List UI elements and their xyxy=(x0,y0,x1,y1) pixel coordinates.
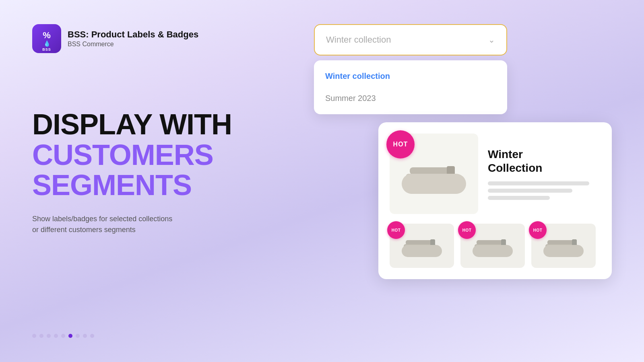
product-info-title: Winter Collection xyxy=(488,148,601,175)
dropdown-selected-text: Winter collection xyxy=(326,35,391,45)
sandal-small3-sole xyxy=(543,245,584,257)
product-image-large: HOT xyxy=(390,134,478,214)
hero-description: Show labels/badges for selected collecti… xyxy=(32,214,233,235)
dot-3[interactable] xyxy=(47,334,51,338)
chevron-down-icon: ⌄ xyxy=(488,35,495,45)
logo-title: BSS: Product Labels & Badges xyxy=(68,29,198,40)
product-thumb-1: HOT xyxy=(390,224,454,268)
info-line-2 xyxy=(488,189,572,193)
product-card-top: HOT Winter Collection xyxy=(390,134,601,214)
dot-1[interactable] xyxy=(32,334,36,338)
dropdown-item-summer[interactable]: Summer 2023 xyxy=(314,87,507,109)
dot-5[interactable] xyxy=(61,334,65,338)
logo-bss-label: BSS xyxy=(42,47,51,51)
sandal-small1-sole xyxy=(402,245,442,257)
sandal-sole xyxy=(402,174,466,194)
hot-badge-small-1: HOT xyxy=(387,221,405,239)
logo-text: BSS: Product Labels & Badges BSS Commerc… xyxy=(68,29,198,48)
dot-8[interactable] xyxy=(83,334,87,338)
dot-6-active[interactable] xyxy=(68,334,72,338)
product-title-line1: Winter xyxy=(488,148,523,160)
hero-text: DISPLAY WITH CUSTOMERS SEGMENTS xyxy=(32,109,258,201)
dropdown-container: Winter collection ⌄ xyxy=(314,24,507,56)
hero-line2: CUSTOMERS SEGMENTS xyxy=(32,140,258,201)
dot-7[interactable] xyxy=(76,334,80,338)
product-card: HOT Winter Collection xyxy=(378,122,612,279)
logo-icon: % 💧 BSS xyxy=(32,24,61,53)
dropdown-item-winter[interactable]: Winter collection xyxy=(314,65,507,87)
hero-line2-segments: SEGMENTS xyxy=(32,169,192,201)
hot-badge-small-3: HOT xyxy=(529,221,547,239)
product-title-line2: Collection xyxy=(488,162,542,174)
dot-9[interactable] xyxy=(90,334,94,338)
info-line-1 xyxy=(488,181,589,185)
hot-badge-large: HOT xyxy=(386,130,415,158)
dots-navigation xyxy=(32,334,94,338)
dot-2[interactable] xyxy=(39,334,43,338)
product-grid: HOT HOT xyxy=(390,224,601,268)
logo-drop: 💧 xyxy=(43,41,50,46)
logo-percent: % xyxy=(43,31,51,40)
sandal-small2-sole xyxy=(473,245,513,257)
hot-badge-small-2: HOT xyxy=(458,221,476,239)
logo-area: % 💧 BSS BSS: Product Labels & Badges BSS… xyxy=(32,24,258,53)
sandal-small-3 xyxy=(541,231,586,261)
hero-line1: DISPLAY WITH xyxy=(32,109,258,140)
dropdown-menu: Winter collection Summer 2023 xyxy=(314,60,507,114)
info-line-3 xyxy=(488,196,550,200)
product-info-lines xyxy=(488,181,601,200)
product-thumb-2: HOT xyxy=(460,224,525,268)
dot-4[interactable] xyxy=(54,334,58,338)
dropdown-select[interactable]: Winter collection ⌄ xyxy=(314,24,507,56)
product-thumb-3: HOT xyxy=(531,224,596,268)
hero-line2-customers: CUSTOMERS xyxy=(32,139,213,171)
sandal-small-1 xyxy=(400,231,444,261)
right-panel: Winter collection ⌄ Winter collection Su… xyxy=(290,0,644,362)
logo-subtitle: BSS Commerce xyxy=(68,41,198,48)
sandal-small-2 xyxy=(471,231,515,261)
product-info: Winter Collection xyxy=(488,134,601,214)
left-panel: % 💧 BSS BSS: Product Labels & Badges BSS… xyxy=(0,0,290,362)
